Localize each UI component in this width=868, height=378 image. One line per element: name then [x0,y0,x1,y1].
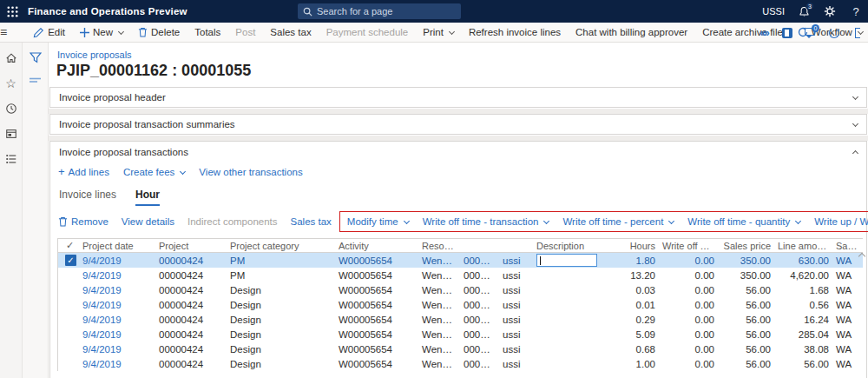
grid-sales-tax-button[interactable]: Sales tax [291,216,332,227]
project-date-link[interactable]: 9/4/2019 [79,315,155,325]
create-fees-link[interactable]: Create fees [123,167,185,177]
grid-cell: 00000424 [155,329,227,340]
recent-clock-icon[interactable] [4,102,18,116]
column-header[interactable]: Line amount [774,241,832,251]
remove-button[interactable]: Remove [58,216,108,227]
chevron-down-icon [543,217,549,223]
grid-cell: 0.56 [774,300,832,310]
office-app-icon[interactable] [780,26,794,40]
chevron-down-icon [795,217,801,223]
table-row[interactable]: 9/4/201900000424PMW00005654Wendy ...0002… [58,268,863,282]
column-header[interactable]: Sales t [832,241,862,251]
select-all-column[interactable]: ✓ [58,240,79,251]
home-icon[interactable] [4,51,18,65]
section-invoice-proposal-header[interactable]: Invoice proposal header [49,87,867,108]
button-label: Write off time - quantity [687,216,790,227]
table-row[interactable]: 9/4/201900000424DesignW00005654Wendy ...… [58,327,863,342]
refresh-invoice-lines-button[interactable]: Refresh invoice lines [469,27,561,37]
attachments-icon[interactable]: «» [757,26,771,40]
favorites-star-icon[interactable]: ☆ [4,76,18,90]
company-selector[interactable]: USSI [762,6,785,17]
write-off-time-transaction-button[interactable]: Write off time - transaction [423,216,549,227]
chat-with-billing-approver-button[interactable]: Chat with billing approver [575,27,687,37]
button-label: Modify time [347,216,398,227]
app-launcher-icon[interactable] [0,0,24,23]
project-date-link[interactable]: 9/4/2019 [79,359,155,369]
button-label: Chat with billing approver [575,27,687,37]
project-date-link[interactable]: 9/4/2019 [79,300,155,310]
grid-toolbar: RemoveView detailsIndirect componentsSal… [58,211,862,232]
project-date-link[interactable]: 9/4/2019 [79,344,155,355]
grid-cell: 000240 [460,329,499,340]
refresh-icon[interactable] [827,26,841,40]
link-label: View other transactions [199,167,302,177]
view-other-transactions-link[interactable]: View other transactions [199,167,302,177]
delete-button[interactable]: Delete [138,27,180,37]
section-label: Invoice proposal header [59,92,166,103]
table-row[interactable]: 9/4/201900000424DesignW00005654Wendy ...… [58,282,863,297]
new-button[interactable]: New [80,27,123,37]
column-header[interactable]: Project date [79,241,155,251]
search-input[interactable]: Search for a page [298,3,461,19]
modules-list-icon[interactable] [4,152,18,166]
breadcrumb[interactable]: Invoice proposals [57,50,132,60]
tab-invoice-lines[interactable]: Invoice lines [59,189,116,206]
view-details-button[interactable]: View details [122,216,174,227]
check-icon: ✓ [66,240,74,250]
nav-hamburger-icon[interactable]: ≡ [0,25,7,39]
column-header[interactable]: Hours [609,241,659,251]
table-row[interactable]: 9/4/201900000424DesignW00005654Wendy ...… [58,342,863,356]
button-label: Sales tax [270,27,311,37]
workspaces-icon[interactable] [4,127,18,141]
comments-icon[interactable]: 0 [804,26,818,40]
table-row[interactable]: 9/4/201900000424DesignW00005654Wendy ...… [58,312,863,327]
project-date-link[interactable]: 9/4/2019 [79,285,155,295]
table-row[interactable]: 9/4/201900000424DesignW00005654Wendy ...… [58,297,863,312]
column-header[interactable]: Project category [227,241,335,251]
table-row[interactable]: 9/4/201900000424DesignW00005654Wendy ...… [58,356,863,371]
column-header[interactable]: Resource [418,241,460,251]
project-date-link[interactable]: 9/4/2019 [79,329,155,340]
list-view-icon[interactable] [29,75,43,89]
description-input[interactable] [536,254,597,267]
column-header[interactable]: Write off hours [659,241,718,251]
button-label: View details [122,216,174,227]
column-header[interactable]: Description [533,241,609,251]
chevron-down-icon [449,28,455,34]
write-off-time-percent-button[interactable]: Write off time - percent [562,216,674,227]
column-header[interactable]: Activity [335,241,418,251]
write-off-time-quantity-button[interactable]: Write off time - quantity [687,216,800,227]
modify-time-button[interactable]: Modify time [347,216,409,227]
help-icon[interactable]: ? [849,4,863,18]
grid-cell: 56.00 [774,359,832,369]
grid-cell: 0.00 [659,285,718,295]
notifications-bell-icon[interactable]: 3 [797,4,811,18]
project-date-link[interactable]: 9/4/2019 [79,270,155,281]
tab-hour[interactable]: Hour [135,189,160,206]
column-header[interactable]: Sales price [718,241,774,251]
sales-tax-button[interactable]: Sales tax [270,27,311,37]
grid-cell: 56.00 [718,300,774,310]
write-up-write-down-button[interactable]: Write up / Write down [814,216,868,227]
table-row[interactable]: ✓9/4/201900000424PMW00005654Wendy ...000… [58,253,863,268]
edit-button[interactable]: Edit [33,27,65,38]
button-label: Payment schedule [326,27,409,37]
section-invoice-proposal-transaction-summaries[interactable]: Invoice proposal transaction summaries [49,114,867,135]
chevron-up-icon [852,149,858,156]
totals-button[interactable]: Totals [194,27,220,37]
grid-cell: 0.00 [659,300,718,310]
add-lines-link[interactable]: +Add lines [58,167,109,177]
row-checkbox[interactable]: ✓ [58,255,79,266]
panel-edge-icon[interactable] [851,26,865,40]
section-invoice-proposal-transactions[interactable]: Invoice proposal transactions [49,141,867,162]
grid-cell: 00000424 [155,300,227,310]
grid-cell: 000240 [460,344,499,355]
search-icon [303,7,312,17]
column-header[interactable]: Project [155,241,227,251]
checked-checkbox-icon: ✓ [65,255,76,266]
settings-gear-icon[interactable] [823,4,837,18]
filter-icon[interactable] [29,50,43,64]
print-button[interactable]: Print [423,27,454,37]
project-date-link[interactable]: 9/4/2019 [79,255,155,266]
grid-cell: WA [832,344,862,355]
